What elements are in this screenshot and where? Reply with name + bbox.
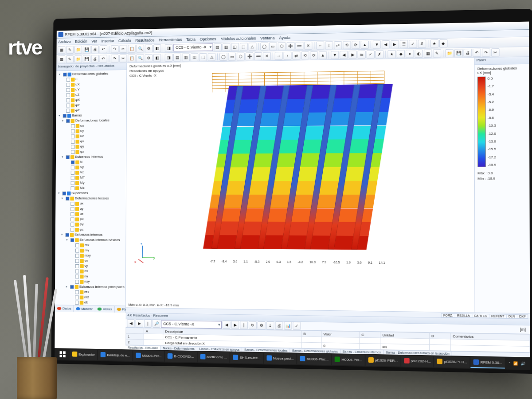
toolbar-button[interactable]: 🖨 (464, 49, 472, 57)
toolbar-button[interactable]: ⇄ (292, 51, 300, 59)
menu-ver[interactable]: Ver (91, 39, 97, 43)
toolbar-button[interactable]: ↶ (473, 48, 481, 57)
results-loadcase-combo[interactable]: CC5 - C.Viento -X (161, 320, 222, 329)
toolbar-button[interactable]: ✂ (491, 48, 500, 56)
toolbar-button[interactable]: ➖ (254, 52, 262, 60)
menu-herramientas[interactable]: Herramientas (159, 37, 182, 42)
snap-toggle-forz.[interactable]: FORZ. (441, 313, 455, 318)
navigator-tabs[interactable]: DatosMostrarVistasResultados (55, 305, 125, 313)
toolbar-button[interactable]: ▼ (331, 51, 339, 59)
toolbar-button[interactable]: ⬚ (199, 53, 207, 61)
tree-node[interactable]: Mz (56, 185, 126, 191)
toolbar-button[interactable]: ↔ (275, 52, 283, 60)
toolbar-button[interactable]: ✗ (418, 39, 426, 47)
toolbar-button[interactable]: ◧ (153, 44, 161, 52)
toolbar-button[interactable]: ✂ (119, 54, 127, 62)
taskbar-item[interactable]: RFEM 5.30... (471, 357, 505, 368)
toolbar-button[interactable]: ↔ (316, 41, 324, 49)
toolbar-button[interactable]: ✗ (376, 50, 383, 58)
tree-node[interactable]: uz (56, 133, 126, 139)
system-tray[interactable]: ˄ 📶 🔊 (506, 361, 528, 365)
toolbar-button[interactable]: ⚙ (145, 54, 153, 62)
results-tool-button[interactable]: ⤓ (266, 321, 274, 329)
toolbar-button[interactable]: ➕ (286, 42, 294, 50)
toolbar-button[interactable]: ◯ (219, 53, 227, 61)
toolbar-button[interactable]: ⟲ (343, 41, 351, 49)
toolbar-button[interactable]: ✂ (119, 45, 127, 53)
toolbar-button[interactable]: ☰ (400, 40, 408, 48)
toolbar-button[interactable]: ▲ (361, 40, 369, 48)
toolbar-button[interactable]: ▤ (173, 53, 181, 61)
toolbar-button[interactable]: ☰ (358, 50, 366, 58)
taskbar-item[interactable]: Nueva pest... (264, 353, 297, 364)
tree-node[interactable]: N (56, 159, 126, 164)
results-tool-button[interactable]: ▶ (231, 321, 239, 329)
toolbar-button[interactable]: ▥ (182, 53, 189, 61)
tree-node[interactable]: ▾Deformaciones locales (55, 196, 126, 201)
model-viewport[interactable]: Deformaciones globales u-X [mm]Reaccione… (126, 58, 475, 318)
snap-toggle-dln[interactable]: DLN (506, 314, 517, 319)
results-tool-button[interactable]: ↻ (249, 321, 257, 329)
tree-node[interactable]: ▾Esfuerzos internos básicos (55, 237, 126, 243)
tree-node[interactable]: ▸Esfuerzos internos principales (55, 284, 125, 290)
toolbar-button[interactable]: ↷ (111, 55, 118, 63)
taskbar-item[interactable]: pt1026-PER... (434, 356, 470, 368)
toolbar-button[interactable]: ◨ (165, 54, 172, 62)
menu-insertar[interactable]: Insertar (102, 39, 114, 43)
results-tool-button[interactable]: ⚙ (258, 321, 266, 329)
toolbar-button[interactable]: ◆ (397, 50, 405, 58)
toolbar-button[interactable]: ⚙ (145, 44, 153, 52)
tray-network-icon[interactable]: 📶 (513, 361, 518, 366)
menu-opciones[interactable]: Opciones (200, 37, 216, 42)
toolbar-button[interactable]: 💾 (83, 55, 90, 63)
toolbar-button[interactable]: ↷ (111, 45, 118, 53)
toolbar-button[interactable]: ▦ (58, 55, 65, 63)
toolbar-button[interactable]: ↶ (100, 45, 107, 53)
toolbar-button[interactable]: ◀ (382, 40, 390, 48)
taskbar-item[interactable]: Bandeja de e... (98, 350, 132, 361)
menu-módulos adicionales[interactable]: Módulos adicionales (220, 36, 256, 41)
tree-node[interactable]: ▾Esfuerzos internos (55, 232, 126, 238)
taskbar-item[interactable]: M0006-Per... (332, 354, 364, 366)
taskbar-item[interactable]: SHS-es-tec... (231, 352, 263, 364)
toolbar-button[interactable]: ✕ (304, 41, 312, 49)
toolbar-button[interactable]: ✎ (66, 46, 74, 54)
menu-ayuda[interactable]: Ayuda (279, 35, 290, 39)
toolbar-button[interactable]: ↕ (284, 51, 292, 59)
tree-node[interactable]: Vy (56, 164, 126, 170)
toolbar-button[interactable]: ↶ (100, 55, 107, 63)
toolbar-button[interactable]: ⬡ (278, 42, 286, 50)
nav-tab-vistas[interactable]: Vistas (95, 306, 115, 313)
toolbar-button[interactable]: 💾 (83, 45, 90, 53)
toolbar-button[interactable]: 📁 (74, 55, 82, 63)
results-tool-button[interactable]: 🖨 (275, 321, 283, 329)
toolbar-button[interactable]: ◨ (165, 44, 172, 52)
results-tool-button[interactable]: ✓ (293, 322, 301, 330)
toolbar-button[interactable]: 📋 (128, 45, 135, 53)
taskbar-item[interactable]: M0006-Per... (133, 350, 164, 361)
toolbar-button[interactable]: 🔍 (137, 44, 144, 52)
results-nav-button[interactable]: ◀ (127, 319, 134, 327)
toolbar-button[interactable]: 💾 (454, 49, 463, 57)
toolbar-button[interactable]: ▼ (373, 40, 381, 48)
results-tool-button[interactable]: ◀ (223, 321, 231, 329)
menu-tabla[interactable]: Tabla (186, 37, 196, 41)
taskbar-item[interactable]: pm1202-H... (401, 356, 434, 367)
toolbar-button[interactable]: ▶ (348, 51, 356, 59)
toolbar-button[interactable]: ✓ (409, 39, 417, 47)
tree-node[interactable]: φz (55, 227, 126, 232)
snap-toggle-dxf[interactable]: DXF (517, 314, 528, 319)
toolbar-button[interactable]: ↕ (325, 41, 333, 49)
toolbar-button[interactable]: ✓ (367, 50, 375, 58)
menu-resultados[interactable]: Resultados (135, 38, 154, 43)
toolbar-button[interactable]: ⇄ (334, 41, 342, 49)
toolbar-button[interactable]: ▭ (228, 52, 236, 60)
toolbar-button[interactable]: 🖨 (91, 55, 99, 63)
toolbar-button[interactable]: 📋 (128, 54, 135, 62)
toolbar-button[interactable]: ➕ (246, 52, 254, 60)
toolbar-button[interactable]: ◫ (191, 53, 199, 61)
toolbar-button[interactable]: ⟳ (310, 51, 318, 59)
taskbar-item[interactable]: pt1026-PER... (365, 355, 400, 367)
tree-node[interactable]: uy (55, 206, 126, 211)
results-nav-button[interactable]: ▶ (136, 319, 143, 327)
